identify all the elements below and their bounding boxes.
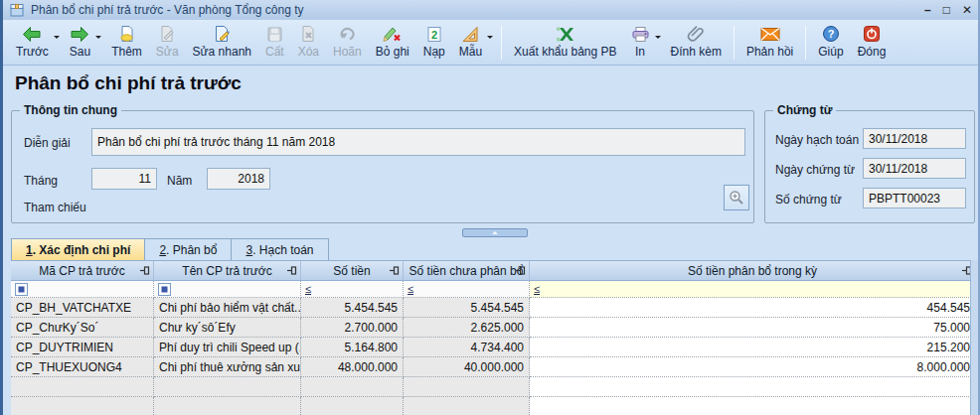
reload-icon: 2 — [426, 24, 442, 44]
dropdown-caret-icon[interactable] — [54, 36, 60, 42]
cell-code[interactable]: CP_THUEXUONG4 — [11, 357, 154, 377]
voucher-date-input[interactable]: 30/11/2018 — [863, 158, 966, 179]
pin-icon[interactable] — [140, 266, 150, 275]
pin-icon[interactable] — [390, 266, 400, 275]
cell-unallocated[interactable]: 2.625.000 — [404, 318, 530, 338]
cell-amount[interactable]: 5.454.545 — [301, 298, 404, 318]
cell-name[interactable]: Chi phí thuê xưởng sản xu... — [154, 357, 301, 377]
less-equal-operator[interactable]: ≤ — [534, 284, 540, 295]
tab-xac-dinh-chi-phi[interactable]: 1. Xác định chi phí — [11, 238, 145, 260]
toolbar-button-print[interactable]: In — [624, 22, 664, 64]
cell-allocated[interactable]: 8.000.000 — [530, 357, 975, 377]
toolbar-button-help[interactable]: ? Giúp — [811, 22, 850, 64]
toolbar-button-load[interactable]: 2 Nạp — [416, 22, 452, 64]
svg-text:2: 2 — [431, 28, 437, 40]
cell-code[interactable]: CP_DUYTRIMIEN — [11, 338, 154, 357]
table-row-empty[interactable] — [11, 377, 975, 397]
vertical-scrollbar[interactable] — [970, 260, 978, 415]
cell-name[interactable]: Chư ky´sô´Efy — [154, 318, 301, 338]
cell-unallocated[interactable]: 5.454.545 — [404, 298, 530, 318]
table-row[interactable]: CP_BH_VATCHATXE Chi phí bảo hiểm vật chấ… — [11, 298, 975, 318]
month-label: Tháng — [24, 174, 58, 188]
excel-export-icon — [556, 24, 575, 44]
voucher-number-input[interactable]: PBPTT00023 — [863, 188, 966, 208]
cell-code[interactable]: CP_ChưKy´So´ — [11, 318, 154, 338]
filter-cell-chua-phan-bo[interactable]: ≤ — [404, 281, 530, 298]
svg-text:?: ? — [828, 28, 835, 40]
toolbar-button-edit: Sửa — [149, 22, 186, 64]
filter-cell-phan-bo-trong-ky[interactable]: ≤ — [530, 281, 975, 298]
toolbar-button-previous[interactable]: Trước — [9, 22, 63, 64]
filter-cell-ten-cp[interactable] — [154, 281, 301, 298]
table-row[interactable]: CP_ChưKy´So´ Chư ky´sô´Efy 2.700.000 2.6… — [11, 318, 975, 338]
column-header-so-tien[interactable]: Số tiền — [301, 261, 404, 281]
maximize-button[interactable]: □ — [943, 1, 950, 19]
column-header-ten-cp[interactable]: Tên CP trả trước — [154, 261, 301, 281]
window-title: Phân bổ chi phí trả trước - Văn phòng Tổ… — [31, 3, 924, 17]
filter-square-icon[interactable] — [15, 283, 28, 296]
voucher-legend: Chứng từ — [773, 103, 836, 117]
cell-amount[interactable]: 48.000.000 — [301, 357, 404, 377]
cost-grid: Mã CP trả trước Tên CP trả trước Số tiền… — [11, 260, 975, 415]
pin-icon[interactable] — [516, 266, 526, 275]
quick-edit-icon — [213, 24, 231, 44]
description-label: Diễn giải — [24, 136, 71, 150]
filter-cell-ma-cp[interactable] — [11, 281, 154, 298]
cell-allocated[interactable]: 75.000 — [530, 318, 975, 338]
year-input[interactable]: 2018 — [207, 168, 270, 190]
toolbar-button-attach[interactable]: Đính kèm — [664, 22, 729, 64]
dropdown-caret-icon[interactable] — [655, 36, 661, 42]
tab-phan-bo[interactable]: 2. Phân bổ — [145, 238, 232, 260]
column-header-ma-cp[interactable]: Mã CP trả trước — [11, 261, 154, 281]
magnifier-plus-icon — [729, 190, 744, 206]
toolbar-button-close[interactable]: Đóng — [851, 22, 894, 64]
less-equal-operator[interactable]: ≤ — [408, 284, 413, 295]
toolbar-button-export-excel[interactable]: Xuất khẩu bảng PB — [507, 22, 623, 64]
tab-hach-toan[interactable]: 3. Hạch toán — [232, 238, 328, 260]
table-row[interactable]: CP_DUYTRIMIEN Phí duy trì chili Speed up… — [11, 338, 975, 357]
column-header-so-tien-chua-phan-bo[interactable]: Số tiền chưa phân bổ — [404, 261, 530, 281]
page-title: Phân bổ chi phí trả trước — [15, 72, 242, 94]
cell-amount[interactable]: 2.700.000 — [301, 318, 404, 338]
zoom-lookup-button[interactable] — [724, 185, 749, 210]
description-input[interactable]: Phân bổ chi phí trả trước tháng 11 năm 2… — [91, 128, 745, 156]
dropdown-caret-icon[interactable] — [487, 36, 493, 42]
pin-icon[interactable] — [287, 266, 297, 275]
toolbar-button-delete: Xóa — [291, 22, 326, 64]
cell-name[interactable]: Chi phí bảo hiểm vật chất... — [154, 298, 301, 318]
cell-unallocated[interactable]: 40.000.000 — [404, 357, 530, 377]
minimize-button[interactable]: – — [924, 1, 931, 19]
toolbar-button-unpost[interactable]: Bỏ ghi — [369, 22, 416, 64]
dropdown-caret-icon[interactable] — [95, 36, 101, 42]
year-label: Năm — [167, 174, 192, 188]
posting-date-input[interactable]: 30/11/2018 — [863, 128, 966, 149]
collapse-splitter[interactable] — [462, 228, 528, 237]
toolbar-button-feedback[interactable]: Phản hồi — [739, 22, 800, 64]
toolbar-button-quick-edit[interactable]: Sửa nhanh — [186, 22, 258, 64]
general-info-legend: Thông tin chung — [20, 103, 121, 117]
cell-allocated[interactable]: 454.545 — [530, 298, 975, 318]
column-header-so-tien-phan-bo-trong-ky[interactable]: Số tiền phân bổ trong kỳ — [530, 261, 975, 281]
toolbar-button-add[interactable]: Thêm — [104, 22, 149, 64]
toolbar-button-template[interactable]: Mẫu — [452, 22, 496, 64]
cell-name[interactable]: Phí duy trì chili Speed up (... — [154, 338, 301, 357]
cell-unallocated[interactable]: 4.734.400 — [404, 338, 530, 357]
filter-square-icon[interactable] — [158, 283, 171, 296]
cell-code[interactable]: CP_BH_VATCHATXE — [11, 298, 154, 318]
table-row-empty[interactable] — [11, 397, 975, 415]
toolbar-separator — [734, 26, 735, 60]
forward-icon — [70, 24, 89, 44]
grid-header-row: Mã CP trả trước Tên CP trả trước Số tiền… — [11, 261, 975, 281]
tab-strip: 1. Xác định chi phí 2. Phân bổ 3. Hạch t… — [11, 238, 329, 260]
filter-cell-so-tien[interactable]: ≤ — [301, 281, 404, 298]
month-input[interactable]: 11 — [91, 168, 157, 190]
cell-allocated[interactable]: 215.200 — [530, 338, 975, 357]
table-row[interactable]: CP_THUEXUONG4 Chi phí thuê xưởng sản xu.… — [11, 357, 975, 377]
close-button[interactable]: ✕ — [962, 1, 972, 19]
app-window: Phân bổ chi phí trả trước - Văn phòng Tổ… — [0, 0, 980, 415]
reference-label: Tham chiếu — [24, 201, 86, 214]
less-equal-operator[interactable]: ≤ — [305, 284, 311, 295]
cell-amount[interactable]: 5.164.800 — [301, 338, 404, 357]
toolbar-button-next[interactable]: Sau — [63, 22, 104, 64]
voucher-group: Chứng từ Ngày hạch toán 30/11/2018 Ngày … — [764, 110, 975, 223]
